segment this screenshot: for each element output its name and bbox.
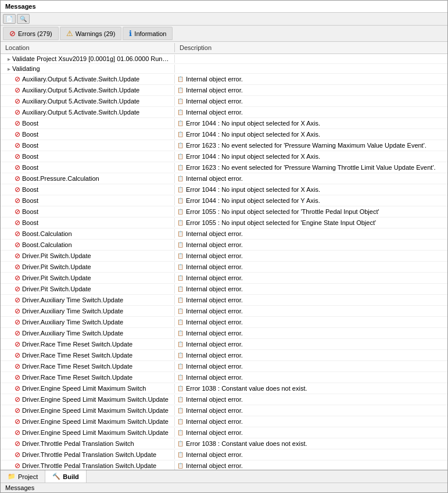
table-row[interactable]: ⊘Driver.Engine Speed Limit Maximum Switc… [1,383,447,394]
location-text: Driver.Engine Speed Limit Maximum Switch… [22,429,169,436]
table-row[interactable]: ⊘Driver.Throttle Pedal Translation Switc… [1,438,447,449]
location-text: Boost [22,197,38,204]
error-icon: ⊘ [15,197,20,205]
main-window: Messages 📄 🔍 ⊘ Errors (279) ⚠ Warnings (… [0,0,448,493]
table-row[interactable]: ⊘Driver.Race Time Reset Switch.Update📋In… [1,361,447,372]
desc-icon: 📋 [177,396,184,402]
bottom-tab-project[interactable]: 📁 Project [1,470,45,483]
table-row[interactable]: ⊘Auxiliary.Output 5.Activate.Switch.Upda… [1,107,447,118]
table-row[interactable]: ▸Validate Project Xsuv2019 [0.0001g] 01.… [1,54,447,64]
arrow-icon: ▸ [8,56,10,62]
description-text: Internal object error. [186,451,243,458]
desc-icon: 📋 [177,198,184,203]
table-row[interactable]: ⊘Driver.Race Time Reset Switch.Update📋In… [1,339,447,350]
location-text: Driver.Race Time Reset Switch.Update [22,363,132,370]
location-text: Boost [22,208,38,215]
table-row[interactable]: ⊘Driver.Race Time Reset Switch.Update📋In… [1,372,447,383]
table-row[interactable]: ⊘Boost.Calculation📋Internal object error… [1,228,447,240]
arrow-icon: ▸ [8,66,10,72]
tab-bar: ⊘ Errors (279) ⚠ Warnings (29) ℹ Informa… [1,26,447,42]
table-row[interactable]: ⊘Boost.Calculation📋Internal object error… [1,240,447,251]
table-row[interactable]: ⊘Boost📋Error 1044 : No input object sele… [1,129,447,140]
error-icon: ⊘ [15,241,20,249]
error-icon: ⊘ [15,373,20,381]
table-row[interactable]: ⊘Auxiliary.Output 5.Activate.Switch.Upda… [1,85,447,96]
desc-icon: 📋 [177,165,184,170]
location-text: Driver.Auxiliary Time Switch.Update [22,330,123,337]
status-text: Messages [5,484,34,491]
table-row[interactable]: ⊘Driver.Throttle Pedal Translation Switc… [1,449,447,460]
table-row[interactable]: ⊘Driver.Race Time Reset Switch.Update📋In… [1,350,447,361]
table-row[interactable]: ⊘Driver.Engine Speed Limit Maximum Switc… [1,405,447,416]
desc-icon: 📋 [177,231,184,237]
description-text: Error 1044 : No input object selected fo… [186,131,320,138]
description-text: Internal object error. [186,76,243,83]
table-row[interactable]: ⊘Driver.Throttle Pedal Translation Switc… [1,460,447,470]
table-row[interactable]: ⊘Boost📋Error 1055 : No input object sele… [1,206,447,217]
location-text: Boost [22,142,38,149]
toolbar: 📄 🔍 [1,13,447,26]
table-row[interactable]: ⊘Boost📋Error 1044 : No input object sele… [1,184,447,195]
table-row[interactable]: ⊘Driver.Auxiliary Time Switch.Update📋Int… [1,306,447,317]
description-text: Internal object error. [186,418,243,425]
toolbar-button-1[interactable]: 📄 [3,14,16,24]
error-icon: ⊘ [15,97,20,105]
table-row[interactable]: ⊘Driver.Pit Switch.Update📋Internal objec… [1,284,447,295]
location-text: Driver.Engine Speed Limit Maximum Switch… [22,407,169,414]
error-icon: ⊘ [15,252,20,260]
tab-errors[interactable]: ⊘ Errors (279) [3,27,59,40]
table-row[interactable]: ⊘Auxiliary.Output 5.Activate.Switch.Upda… [1,96,447,107]
toolbar-button-2[interactable]: 🔍 [17,14,30,24]
description-text: Internal object error. [186,407,243,414]
tab-warnings[interactable]: ⚠ Warnings (29) [60,27,122,40]
location-text: Driver.Race Time Reset Switch.Update [22,352,132,359]
bottom-tab-build[interactable]: 🔨 Build [45,470,87,483]
table-row[interactable]: ⊘Boost📋Error 1044 : No input object sele… [1,195,447,206]
toolbar-icon-1: 📄 [6,16,13,22]
description-text: Error 1044 : No input object selected fo… [186,120,320,127]
desc-icon: 📋 [177,319,184,325]
table-row[interactable]: ⊘Driver.Pit Switch.Update📋Internal objec… [1,262,447,273]
error-icon: ⊘ [15,219,20,227]
table-row[interactable]: ⊘Driver.Engine Speed Limit Maximum Switc… [1,427,447,438]
description-text: Internal object error. [186,330,243,337]
location-text: Driver.Pit Switch.Update [22,285,91,292]
location-text: Boost [22,131,38,138]
status-bar: Messages [1,483,447,492]
table-row[interactable]: ⊘Boost📋Error 1044 : No input object sele… [1,151,447,162]
table-row[interactable]: ⊘Driver.Engine Speed Limit Maximum Switc… [1,416,447,427]
desc-icon: 📋 [177,264,184,270]
desc-icon: 📋 [177,76,184,82]
table-row[interactable]: ▸Validating [1,64,447,74]
table-row[interactable]: ⊘Boost📋Error 1055 : No input object sele… [1,217,447,228]
error-icon: ⊘ [15,351,20,359]
error-icon: ⊘ [15,163,20,172]
error-icon: ⊘ [15,174,20,183]
table-row[interactable]: ⊘Driver.Pit Switch.Update📋Internal objec… [1,273,447,284]
desc-icon: 📋 [177,242,184,248]
desc-icon: 📋 [177,341,184,347]
info-tab-icon: ℹ [129,29,132,38]
error-icon: ⊘ [15,119,20,127]
table-row[interactable]: ⊘Boost.Pressure.Calculation📋Internal obj… [1,173,447,184]
table-row[interactable]: ⊘Boost📋Error 1044 : No input object sele… [1,118,447,129]
location-text: Boost [22,186,38,193]
desc-icon: 📋 [177,408,184,413]
table-row[interactable]: ⊘Boost📋Error 1623 : No event selected fo… [1,162,447,173]
desc-icon: 📋 [177,452,184,458]
table-row[interactable]: ⊘Driver.Auxiliary Time Switch.Update📋Int… [1,295,447,306]
description-text: Error 1623 : No event selected for 'Pres… [186,142,427,149]
table-row[interactable]: ⊘Driver.Auxiliary Time Switch.Update📋Int… [1,328,447,339]
description-text: Internal object error. [186,263,243,270]
desc-icon: 📋 [177,98,184,104]
table-row[interactable]: ⊘Auxiliary.Output 5.Activate.Switch.Upda… [1,74,447,85]
error-icon: ⊘ [15,263,20,271]
table-row[interactable]: ⊘Driver.Pit Switch.Update📋Internal objec… [1,251,447,262]
table-row[interactable]: ⊘Driver.Engine Speed Limit Maximum Switc… [1,394,447,405]
desc-icon: 📋 [177,220,184,226]
table-row[interactable]: ⊘Driver.Auxiliary Time Switch.Update📋Int… [1,317,447,328]
tab-information[interactable]: ℹ Information [123,27,173,40]
messages-list[interactable]: ▸Validate Project Xsuv2019 [0.0001g] 01.… [1,54,447,470]
error-icon: ⊘ [15,208,20,216]
table-row[interactable]: ⊘Boost📋Error 1623 : No event selected fo… [1,140,447,151]
